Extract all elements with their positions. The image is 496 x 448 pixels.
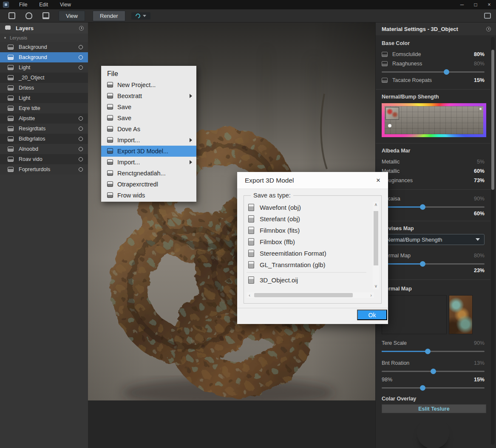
metallic-row-1[interactable]: Metallic 5%: [376, 157, 490, 166]
render-button[interactable]: Render: [93, 11, 125, 21]
horizontal-scrollbar-thumb[interactable]: [254, 293, 353, 297]
file-type-filmbox-ffb[interactable]: Filmbox (ffb): [247, 236, 366, 248]
layer-row-background[interactable]: Background: [0, 42, 88, 52]
raaghuness-slider[interactable]: [382, 71, 485, 73]
scroll-down-icon[interactable]: ∨: [373, 283, 379, 289]
panel-scrollbar[interactable]: [491, 37, 495, 445]
menu-view[interactable]: View: [54, 0, 77, 9]
file-type-wavefont-obj[interactable]: Wavefont (obj): [247, 202, 366, 213]
bnt-roation-row[interactable]: Bnt Roation 13%: [376, 358, 490, 368]
percent-row[interactable]: 98% 15%: [376, 375, 490, 384]
layer-row-eqre-tdte[interactable]: Eqre tdte: [0, 103, 88, 113]
percent-slider[interactable]: [382, 387, 485, 389]
layers-group-row[interactable]: Leryusis: [0, 34, 88, 42]
layer-row-roav-vido[interactable]: Roav vido: [0, 154, 88, 164]
rust-texture-thumbnail-large[interactable]: [382, 295, 447, 334]
menu-item-beoxtratt[interactable]: Beoxtratt: [101, 90, 196, 101]
slider-knob[interactable]: [420, 261, 425, 267]
menu-item-dove-as[interactable]: Dove As: [101, 124, 196, 135]
visibility-toggle[interactable]: [79, 127, 83, 131]
maximize-button[interactable]: □: [469, 0, 482, 9]
ok-button[interactable]: Ok: [357, 310, 387, 320]
visibility-toggle[interactable]: [79, 116, 83, 121]
close-button[interactable]: ×: [482, 0, 496, 9]
tere-scale-row[interactable]: Tere Scale 90%: [376, 338, 490, 348]
menu-item-new-project[interactable]: New Project...: [101, 79, 196, 90]
layer-row-light[interactable]: Light: [0, 62, 88, 73]
color-picker-grid[interactable]: [385, 106, 483, 134]
menu-file[interactable]: File: [13, 0, 33, 9]
color-picker-cursor[interactable]: [388, 124, 391, 127]
visibility-toggle[interactable]: [79, 55, 83, 59]
color-picker[interactable]: [382, 103, 486, 137]
slider-knob[interactable]: [425, 349, 431, 354]
history-icon[interactable]: [79, 26, 84, 31]
visibility-toggle[interactable]: [79, 65, 83, 70]
menu-item-frow-wids[interactable]: Frow wids: [101, 190, 196, 201]
file-type-gl-transrmtation-glb[interactable]: GL_Transrmtation (glb): [247, 259, 366, 270]
rust-texture-thumbnail-small[interactable]: [449, 295, 473, 334]
layer-row-resigrdtats[interactable]: Resigrdtats: [0, 124, 88, 134]
slider-knob[interactable]: [431, 369, 436, 374]
menu-item-otrapexrcttredl[interactable]: Otrapexrcttredl: [101, 179, 196, 190]
layer-row-20-otject[interactable]: _20_Otject: [0, 73, 88, 83]
tere-scale-slider[interactable]: [382, 351, 485, 352]
slider-knob[interactable]: [444, 69, 449, 75]
dialog-close-icon[interactable]: ×: [376, 177, 380, 184]
tacatce-roepats-row[interactable]: Tacatce Roepats 15%: [376, 76, 490, 85]
layer-row-background-selected[interactable]: Background: [0, 52, 88, 62]
slider-knob[interactable]: [420, 204, 425, 210]
file-name-row[interactable]: 3D_Object.oij: [247, 274, 366, 286]
visibility-toggle[interactable]: [79, 147, 83, 151]
scroll-right-icon[interactable]: ›: [368, 293, 374, 298]
horizontal-scrollbar[interactable]: ‹ ›: [247, 292, 374, 298]
sxcaisa-row[interactable]: Sxcaisa 90%: [376, 194, 490, 203]
view-button[interactable]: View: [59, 11, 85, 21]
material-preview-sphere[interactable]: [417, 417, 449, 448]
visibility-toggle[interactable]: [79, 137, 83, 141]
eomsclulide-row[interactable]: Eomsclulide 80%: [376, 50, 490, 59]
folder-icon[interactable]: [41, 11, 51, 20]
rouginances-row[interactable]: Rouginances 73%: [376, 176, 490, 185]
sync-dropdown-button[interactable]: [131, 12, 150, 20]
layer-row-foprerturdols[interactable]: Foprerturdols: [0, 164, 88, 175]
panel-toggle-icon[interactable]: [484, 13, 491, 19]
layer-row-drtess[interactable]: Drtess: [0, 83, 88, 93]
menu-item-import-2[interactable]: Import...: [101, 157, 196, 168]
panel-options-icon[interactable]: [486, 27, 491, 31]
bnt-roation-slider[interactable]: [382, 371, 485, 372]
normal-map-row[interactable]: Nermal Map 80%: [376, 251, 490, 260]
file-type-stereemitlation[interactable]: Stereemitlation Format): [247, 248, 366, 259]
scroll-up-icon[interactable]: ∧: [373, 202, 379, 208]
file-type-filmnbox-fits[interactable]: Filmnbox (fits): [247, 225, 366, 236]
file-type-sterefant-obj[interactable]: Sterefant (obj): [247, 213, 366, 225]
texture-swatch[interactable]: [385, 107, 399, 120]
visibility-toggle[interactable]: [79, 45, 83, 49]
minimize-button[interactable]: ─: [455, 0, 469, 9]
layer-row-alpstte[interactable]: Alpstte: [0, 113, 88, 124]
scroll-left-icon[interactable]: ‹: [247, 293, 252, 298]
slider-knob[interactable]: [420, 385, 425, 391]
normal-map-slider[interactable]: [382, 263, 485, 265]
notifications-icon[interactable]: [24, 11, 34, 20]
menu-edit[interactable]: Edit: [33, 0, 54, 9]
sxcaisa-slider[interactable]: [382, 206, 485, 208]
layer-row-light-2[interactable]: Light: [0, 93, 88, 103]
vertical-scrollbar-thumb[interactable]: [374, 211, 378, 265]
menu-item-save-1[interactable]: Save: [101, 101, 196, 113]
menu-item-export-3d-model[interactable]: Export 3D Model...: [101, 146, 196, 157]
layer-row-alnoobd[interactable]: Alnoobd: [0, 144, 88, 154]
home-icon[interactable]: [7, 11, 17, 20]
metallic-row-2[interactable]: Metallic 60%: [376, 166, 490, 176]
visibility-toggle[interactable]: [79, 157, 83, 161]
panel-scrollbar-thumb[interactable]: [491, 50, 494, 190]
menu-item-save-2[interactable]: Save: [101, 113, 196, 124]
visibility-toggle[interactable]: [79, 167, 83, 172]
raaghuness-row[interactable]: Raaghuness 80%: [376, 59, 490, 68]
bump-map-dropdown[interactable]: Nermal/Bump Shength: [382, 234, 485, 245]
edit-texture-button[interactable]: Eslit Teslure: [382, 404, 486, 413]
menu-item-renctgnedatlah[interactable]: Renctgnedatlah...: [101, 168, 196, 179]
vertical-scrollbar[interactable]: ∧ ∨: [373, 202, 379, 289]
layer-row-bidbgrlatos[interactable]: Bidbgrlatos: [0, 134, 88, 144]
menu-item-import-1[interactable]: Import...: [101, 135, 196, 146]
